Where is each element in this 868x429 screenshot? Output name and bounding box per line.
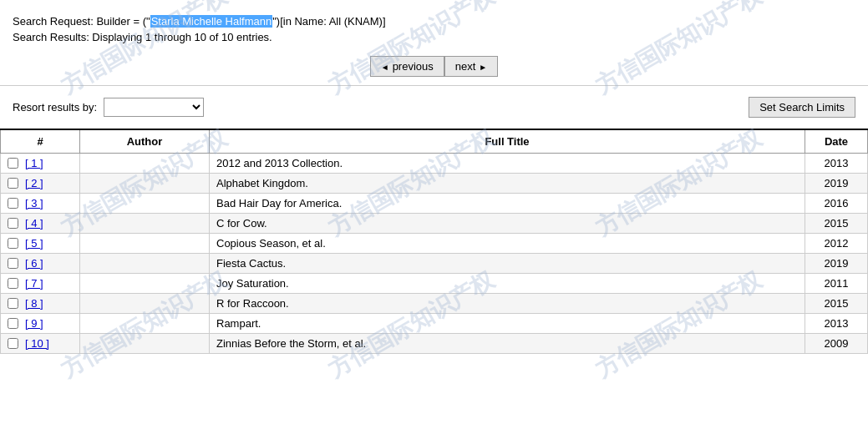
table-row: [ 1 ]2012 and 2013 Collection.2013 <box>1 154 868 174</box>
table-cell-date: 2016 <box>805 194 868 214</box>
table-row: [ 5 ]Copious Season, et al.2012 <box>1 234 868 254</box>
record-link[interactable]: [ 6 ] <box>25 257 43 270</box>
row-checkbox[interactable] <box>8 338 18 349</box>
next-button[interactable]: next <box>444 56 498 77</box>
table-header-row: # Author Full Title Date <box>1 129 868 154</box>
num-cell: [ 10 ] <box>8 337 73 350</box>
record-link[interactable]: [ 8 ] <box>25 297 43 310</box>
search-results-line: Search Results: Displaying 1 through 10 … <box>13 31 855 43</box>
record-link[interactable]: [ 7 ] <box>25 277 43 290</box>
resort-select[interactable] <box>104 98 204 117</box>
table-row: [ 8 ]R for Raccoon.2015 <box>1 294 868 314</box>
col-header-author: Author <box>80 129 210 154</box>
num-cell: [ 2 ] <box>8 177 73 189</box>
table-cell-date: 2015 <box>805 294 868 314</box>
num-cell: [ 7 ] <box>8 277 73 290</box>
table-cell-num: [ 4 ] <box>1 214 80 234</box>
divider <box>0 85 868 86</box>
record-link[interactable]: [ 1 ] <box>25 157 43 169</box>
record-link[interactable]: [ 5 ] <box>25 237 43 250</box>
table-row: [ 9 ]Rampart.2013 <box>1 314 868 334</box>
row-checkbox[interactable] <box>8 178 18 189</box>
table-cell-date: 2009 <box>805 334 868 354</box>
next-label: next <box>455 60 476 73</box>
previous-button[interactable]: previous <box>370 56 444 77</box>
col-header-num: # <box>1 129 80 154</box>
table-cell-title: Rampart. <box>210 314 805 334</box>
num-cell: [ 9 ] <box>8 317 73 330</box>
row-checkbox[interactable] <box>8 238 18 249</box>
record-link[interactable]: [ 3 ] <box>25 197 43 209</box>
next-arrow-icon <box>479 60 487 73</box>
table-cell-title: Copious Season, et al. <box>210 234 805 254</box>
table-cell-date: 2019 <box>805 174 868 194</box>
resort-label: Resort results by: <box>13 101 97 114</box>
table-cell-author <box>80 194 210 214</box>
row-checkbox[interactable] <box>8 278 18 289</box>
table-cell-num: [ 5 ] <box>1 234 80 254</box>
table-cell-num: [ 8 ] <box>1 294 80 314</box>
record-link[interactable]: [ 4 ] <box>25 217 43 230</box>
table-cell-title: Fiesta Cactus. <box>210 254 805 274</box>
table-cell-title: Bad Hair Day for America. <box>210 194 805 214</box>
row-checkbox[interactable] <box>8 298 18 309</box>
row-checkbox[interactable] <box>8 158 18 169</box>
table-cell-num: [ 10 ] <box>1 334 80 354</box>
table-cell-num: [ 6 ] <box>1 254 80 274</box>
table-cell-title: C for Cow. <box>210 214 805 234</box>
row-checkbox[interactable] <box>8 198 18 209</box>
table-cell-date: 2013 <box>805 154 868 174</box>
table-row: [ 4 ]C for Cow.2015 <box>1 214 868 234</box>
table-cell-date: 2015 <box>805 214 868 234</box>
table-cell-author <box>80 214 210 234</box>
table-cell-author <box>80 294 210 314</box>
table-cell-num: [ 3 ] <box>1 194 80 214</box>
resort-section: Resort results by: Set Search Limits <box>0 90 868 124</box>
results-table: # Author Full Title Date [ 1 ]2012 and 2… <box>0 129 868 354</box>
table-cell-title: R for Raccoon. <box>210 294 805 314</box>
table-cell-title: Alphabet Kingdom. <box>210 174 805 194</box>
set-search-limits-button[interactable]: Set Search Limits <box>749 97 855 118</box>
previous-label: previous <box>393 60 434 73</box>
col-header-date: Date <box>805 129 868 154</box>
table-cell-num: [ 7 ] <box>1 274 80 294</box>
table-cell-date: 2011 <box>805 274 868 294</box>
table-cell-title: 2012 and 2013 Collection. <box>210 154 805 174</box>
table-row: [ 10 ]Zinnias Before the Storm, et al.20… <box>1 334 868 354</box>
table-cell-num: [ 1 ] <box>1 154 80 174</box>
search-highlighted-term: Starla Michelle Halfmann <box>150 15 273 28</box>
table-cell-author <box>80 254 210 274</box>
table-cell-author <box>80 234 210 254</box>
search-request-prefix: Search Request: Builder = (" <box>13 15 150 28</box>
num-cell: [ 1 ] <box>8 157 73 169</box>
table-row: [ 7 ]Joy Saturation.2011 <box>1 274 868 294</box>
table-cell-date: 2012 <box>805 234 868 254</box>
previous-arrow-icon <box>381 60 389 73</box>
table-cell-date: 2019 <box>805 254 868 274</box>
row-checkbox[interactable] <box>8 318 18 329</box>
nav-section: previous next <box>0 56 868 77</box>
search-request-suffix: ")[in Name: All (KNAM)] <box>272 15 385 28</box>
search-request-line: Search Request: Builder = ("Starla Miche… <box>13 15 855 28</box>
table-cell-num: [ 2 ] <box>1 174 80 194</box>
num-cell: [ 6 ] <box>8 257 73 270</box>
col-header-title: Full Title <box>210 129 805 154</box>
row-checkbox[interactable] <box>8 258 18 269</box>
table-cell-title: Zinnias Before the Storm, et al. <box>210 334 805 354</box>
record-link[interactable]: [ 10 ] <box>25 337 49 350</box>
table-header: # Author Full Title Date <box>1 129 868 154</box>
table-row: [ 2 ]Alphabet Kingdom.2019 <box>1 174 868 194</box>
record-link[interactable]: [ 2 ] <box>25 177 43 189</box>
table-cell-author <box>80 314 210 334</box>
row-checkbox[interactable] <box>8 218 18 229</box>
table-cell-author <box>80 274 210 294</box>
table-cell-author <box>80 174 210 194</box>
record-link[interactable]: [ 9 ] <box>25 317 43 330</box>
table-cell-date: 2013 <box>805 314 868 334</box>
header-section: Search Request: Builder = ("Starla Miche… <box>0 8 868 56</box>
nav-buttons: previous next <box>370 56 499 77</box>
resort-left: Resort results by: <box>13 98 204 117</box>
page-container: 方信国际知识产权 方信国际知识产权 方信国际知识产权 方信国际知识产权 方信国际… <box>0 0 868 429</box>
table-cell-author <box>80 334 210 354</box>
num-cell: [ 3 ] <box>8 197 73 209</box>
